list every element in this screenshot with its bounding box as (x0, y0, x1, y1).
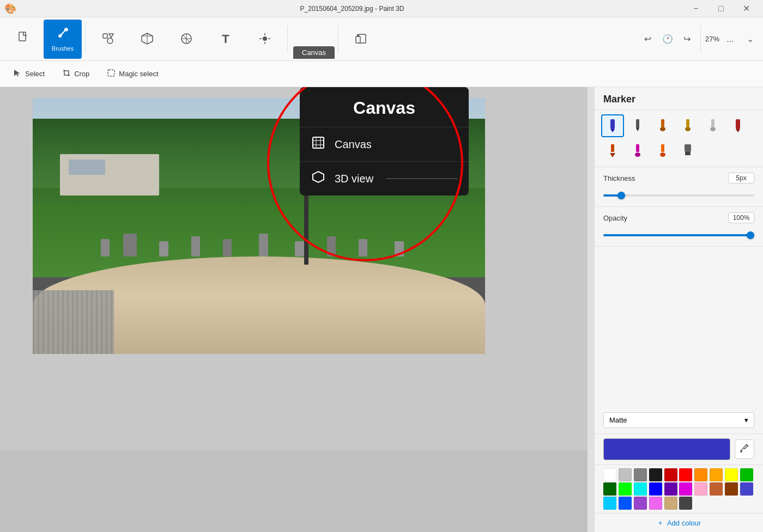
2dshapes-icon (101, 32, 114, 46)
color-cell-23[interactable] (649, 497, 662, 510)
color-swatch-main[interactable] (603, 438, 730, 460)
color-cell-12[interactable] (634, 482, 647, 496)
color-cell-19[interactable] (740, 482, 753, 496)
color-cell-18[interactable] (725, 482, 738, 496)
eyedropper-button[interactable] (735, 439, 754, 459)
svg-rect-44 (685, 144, 691, 152)
canvas-area[interactable]: Canvas Canvas 3D view (0, 87, 594, 532)
opacity-slider-container[interactable] (603, 227, 754, 241)
color-cell-10[interactable] (603, 482, 616, 496)
brush-tool-brush1[interactable] (651, 114, 674, 137)
color-cell-24[interactable] (664, 497, 677, 510)
color-cell-0[interactable] (603, 468, 616, 481)
pavement (33, 290, 114, 354)
3dview-item-label: 3D view (335, 173, 373, 185)
magic-select-label: Magic select (119, 70, 158, 78)
toolbar-text[interactable]: T (207, 20, 245, 59)
brush-tool-brush3[interactable] (701, 114, 724, 137)
color-cell-6[interactable] (694, 468, 707, 481)
undo-button[interactable]: ↩ (639, 30, 657, 48)
window-controls: − □ ✕ (683, 0, 759, 17)
eyedropper-icon (740, 443, 749, 456)
svg-point-33 (685, 127, 691, 131)
color-cell-15[interactable] (679, 482, 692, 496)
overflow-button[interactable]: ... (722, 30, 739, 48)
color-cell-13[interactable] (649, 482, 662, 496)
brush-tool-brush6[interactable] (651, 139, 674, 162)
add-colour-button[interactable]: ＋ Add colour (595, 513, 763, 532)
vertical-scrollbar[interactable] (588, 87, 594, 532)
color-cell-7[interactable] (710, 468, 723, 481)
canvas-tab-button[interactable]: Canvas (293, 46, 335, 59)
toolbar-brushes[interactable]: Brushes (44, 20, 82, 59)
toolbar-sticker[interactable] (167, 20, 205, 59)
toolbar-2dshapes[interactable] (89, 20, 127, 59)
crop-button[interactable]: Crop (53, 63, 98, 85)
color-cell-17[interactable] (710, 482, 723, 496)
color-palette (595, 465, 763, 513)
color-cell-22[interactable] (634, 497, 647, 510)
magic-select-button[interactable]: Magic select (98, 63, 167, 85)
select-button[interactable]: Select (4, 63, 53, 85)
color-cell-25[interactable] (679, 497, 692, 510)
brush-tool-brush4[interactable] (601, 139, 624, 162)
toolbar-expand-button[interactable]: ⌄ (741, 30, 759, 48)
opacity-value: 100% (728, 212, 754, 223)
sep4 (700, 26, 701, 53)
effects-icon (258, 32, 271, 46)
stone6 (259, 234, 268, 256)
panel-title: Marker (595, 87, 763, 110)
maximize-button[interactable]: □ (708, 0, 734, 17)
sticker-icon (180, 32, 193, 46)
color-cell-9[interactable] (740, 468, 753, 481)
toolbar-effects[interactable] (246, 20, 284, 59)
color-cell-3[interactable] (649, 468, 662, 481)
brush-tool-brush5[interactable] (626, 139, 649, 162)
color-cell-11[interactable] (619, 482, 632, 496)
history-button[interactable]: 🕐 (659, 30, 676, 48)
brush-tool-brush2[interactable] (676, 114, 699, 137)
window-title: P_20150604_205209.jpg - Paint 3D (21, 5, 683, 13)
color-cell-1[interactable] (619, 468, 632, 481)
svg-rect-20 (313, 137, 324, 148)
color-cell-20[interactable] (603, 497, 616, 510)
canvas-popup-item-canvas[interactable]: Canvas (300, 127, 469, 161)
color-cell-21[interactable] (619, 497, 632, 510)
toolbar-paste[interactable] (342, 20, 380, 59)
svg-marker-39 (610, 153, 615, 157)
color-cell-16[interactable] (694, 482, 707, 496)
brush-tool-pen[interactable] (626, 114, 649, 137)
svg-rect-17 (357, 34, 359, 36)
brush-tools-grid (595, 110, 763, 167)
canvas-popup-title: Canvas (353, 98, 415, 118)
minimize-button[interactable]: − (683, 0, 708, 17)
color-cell-14[interactable] (664, 482, 677, 496)
svg-rect-36 (736, 119, 740, 129)
finish-dropdown[interactable]: Matte ▾ (603, 412, 754, 428)
brush-tool-marker2[interactable] (726, 114, 749, 137)
color-cell-8[interactable] (725, 468, 738, 481)
stone4 (191, 236, 201, 257)
opacity-slider[interactable] (603, 234, 754, 236)
toolbar-file[interactable] (4, 20, 43, 59)
canvas-popup-item-3dview[interactable]: 3D view (300, 161, 469, 195)
color-cell-4[interactable] (664, 468, 677, 481)
toolbar-3dshapes[interactable] (128, 20, 166, 59)
close-button[interactable]: ✕ (734, 0, 759, 17)
color-cell-2[interactable] (634, 468, 647, 481)
canvas-tab-label: Canvas (302, 48, 326, 57)
redo-button[interactable]: ↪ (679, 30, 696, 48)
svg-point-35 (710, 127, 716, 131)
thickness-slider-container[interactable] (603, 187, 754, 201)
canvas-item-icon (311, 135, 326, 154)
thickness-slider[interactable] (603, 194, 754, 197)
svg-rect-34 (711, 119, 714, 127)
overflow-dots: ... (726, 34, 734, 44)
svg-point-43 (660, 152, 665, 157)
color-cell-5[interactable] (679, 468, 692, 481)
thickness-row: Thickness 5px (603, 173, 754, 184)
brush-tool-brush7[interactable] (676, 139, 699, 162)
finish-section: Matte ▾ (595, 407, 763, 434)
brush-tool-marker-blue[interactable] (601, 114, 624, 137)
svg-marker-25 (313, 172, 324, 182)
